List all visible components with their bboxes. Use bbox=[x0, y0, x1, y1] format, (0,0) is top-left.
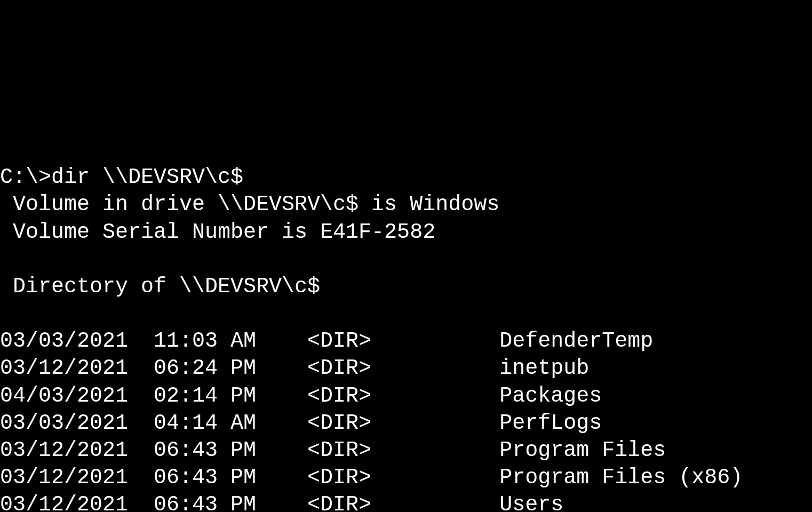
command-text: dir \\DEVSRV\c$ bbox=[51, 165, 243, 189]
listing-date: 03/12/2021 bbox=[0, 438, 128, 462]
listing-type: <DIR> bbox=[307, 329, 371, 353]
listing-row: 03/12/2021 06:43 PM <DIR> Program Files … bbox=[0, 466, 743, 490]
listing-date: 03/12/2021 bbox=[0, 466, 128, 490]
listing-type: <DIR> bbox=[307, 438, 371, 462]
listing-time: 02:14 PM bbox=[154, 384, 256, 408]
listing-date: 03/12/2021 bbox=[0, 356, 128, 380]
serial-line: Volume Serial Number is E41F-2582 bbox=[0, 220, 435, 244]
listing-type: <DIR> bbox=[307, 493, 371, 512]
listing-name: Program Files (x86) bbox=[499, 466, 743, 490]
listing-name: Packages bbox=[499, 384, 602, 408]
listing-row: 04/03/2021 02:14 PM <DIR> Packages bbox=[0, 384, 602, 408]
listing-name: Users bbox=[499, 493, 563, 512]
volume-line: Volume in drive \\DEVSRV\c$ is Windows bbox=[0, 193, 499, 217]
listing-row: 03/12/2021 06:43 PM <DIR> Program Files bbox=[0, 438, 666, 462]
listing-date: 03/12/2021 bbox=[0, 493, 128, 512]
listing-time: 06:43 PM bbox=[154, 438, 256, 462]
listing-row: 03/12/2021 06:24 PM <DIR> inetpub bbox=[0, 356, 589, 380]
listing-type: <DIR> bbox=[307, 356, 371, 380]
listing-type: <DIR> bbox=[307, 411, 371, 435]
listing-name: DefenderTemp bbox=[499, 329, 653, 353]
listing-time: 11:03 AM bbox=[154, 329, 256, 353]
listing-time: 06:43 PM bbox=[154, 493, 256, 512]
listing-date: 04/03/2021 bbox=[0, 384, 128, 408]
listing-row: 03/03/2021 11:03 AM <DIR> DefenderTemp bbox=[0, 329, 653, 353]
prompt[interactable]: C:\> bbox=[0, 165, 51, 189]
listing-time: 04:14 AM bbox=[154, 411, 256, 435]
listing-time: 06:43 PM bbox=[154, 466, 256, 490]
listing-name: PerfLogs bbox=[499, 411, 602, 435]
listing-type: <DIR> bbox=[307, 466, 371, 490]
directory-of-line: Directory of \\DEVSRV\c$ bbox=[0, 275, 320, 299]
terminal-output: C:\>dir \\DEVSRV\c$ Volume in drive \\DE… bbox=[0, 137, 812, 512]
listing-name: Program Files bbox=[499, 438, 666, 462]
listing-row: 03/03/2021 04:14 AM <DIR> PerfLogs bbox=[0, 411, 602, 435]
listing-date: 03/03/2021 bbox=[0, 329, 128, 353]
listing-row: 03/12/2021 06:43 PM <DIR> Users bbox=[0, 493, 563, 512]
listing-name: inetpub bbox=[499, 356, 589, 380]
listing-time: 06:24 PM bbox=[154, 356, 256, 380]
listing-type: <DIR> bbox=[307, 384, 371, 408]
listing-date: 03/03/2021 bbox=[0, 411, 128, 435]
